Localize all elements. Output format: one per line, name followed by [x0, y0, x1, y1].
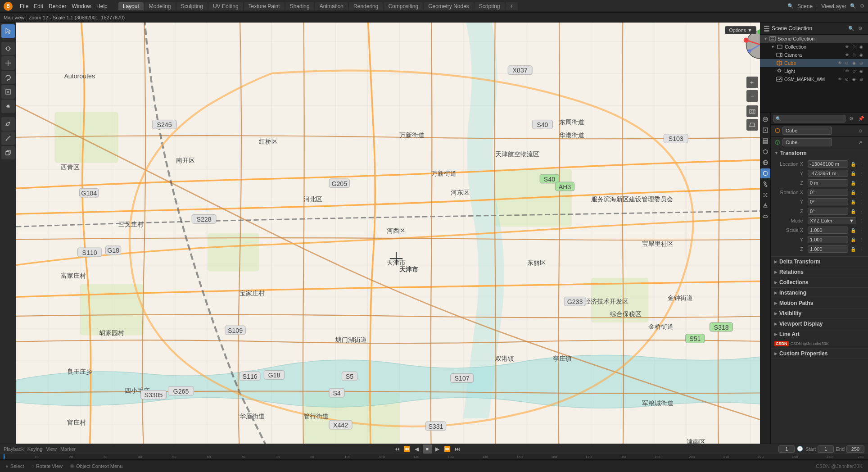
- cam-visibility[interactable]: 👁: [844, 52, 850, 58]
- location-x-field[interactable]: -13046100 m: [808, 160, 848, 168]
- light-select[interactable]: ⊙: [851, 68, 857, 74]
- scale-x-lock[interactable]: 🔒: [850, 227, 856, 233]
- menu-window[interactable]: Window: [72, 3, 91, 9]
- rotation-x-field[interactable]: 0°: [808, 189, 848, 196]
- rotation-z-field[interactable]: 0°: [808, 208, 848, 215]
- obj-fake-user[interactable]: ⊙: [856, 127, 864, 135]
- tab-texture-paint[interactable]: Texture Paint: [244, 2, 285, 10]
- props-pin[interactable]: 📌: [857, 114, 865, 123]
- tab-shading[interactable]: Shading: [285, 2, 314, 10]
- prop-icon-particles[interactable]: [760, 190, 770, 200]
- end-frame[interactable]: 250: [846, 445, 864, 453]
- outliner-cube[interactable]: Cube 👁 ⊙ ◉ ⊞: [760, 59, 868, 67]
- tab-rendering[interactable]: Rendering: [349, 2, 383, 10]
- prop-icon-modifier[interactable]: [760, 179, 770, 189]
- location-y-field[interactable]: -4733951 m: [808, 170, 848, 177]
- cube-visibility[interactable]: 👁: [836, 60, 843, 66]
- tab-add[interactable]: +: [506, 2, 518, 10]
- prev-keyframe-btn[interactable]: ⏪: [403, 445, 411, 453]
- props-search[interactable]: 🔍: [773, 115, 845, 123]
- tab-layout[interactable]: Layout: [118, 2, 144, 10]
- stop-btn[interactable]: ■: [423, 445, 432, 454]
- tab-sculpting[interactable]: Sculpting: [176, 2, 208, 10]
- prop-icon-object[interactable]: [760, 168, 770, 178]
- keying-dropdown[interactable]: Keying: [27, 446, 43, 452]
- cube-select[interactable]: ⊙: [844, 60, 850, 66]
- options-button[interactable]: Options ▼: [725, 26, 756, 34]
- timeline-ruler[interactable]: 1 10 20 30 40 50 60 70 80 90 100 110 120…: [0, 454, 868, 459]
- rotation-z-lock[interactable]: 🔒: [850, 208, 856, 214]
- rotation-y-menu[interactable]: ⋮: [858, 199, 864, 205]
- prop-icon-world[interactable]: [760, 158, 770, 168]
- location-y-lock[interactable]: 🔒: [850, 170, 856, 177]
- tool-cursor[interactable]: [1, 42, 15, 55]
- cube-render[interactable]: ◉: [851, 60, 857, 66]
- outliner-scene-collection[interactable]: ▼ Scene Collection: [760, 35, 868, 43]
- rotation-z-menu[interactable]: ⋮: [858, 208, 864, 214]
- delta-transform-header[interactable]: ▶ Delta Transform: [771, 257, 868, 267]
- playback-dropdown[interactable]: Playback: [4, 446, 24, 452]
- col-render[interactable]: ◉: [858, 44, 864, 50]
- location-x-lock[interactable]: 🔒: [850, 161, 856, 167]
- jump-start-btn[interactable]: ⏮: [393, 445, 401, 453]
- osm-select[interactable]: ⊙: [844, 76, 850, 82]
- jump-end-btn[interactable]: ⏭: [453, 445, 461, 453]
- cam-render[interactable]: ◉: [858, 52, 864, 58]
- props-filter[interactable]: ⚙: [847, 114, 855, 123]
- motion-paths-header[interactable]: ▶ Motion Paths: [771, 298, 868, 308]
- col-select[interactable]: ⊙: [851, 44, 857, 50]
- location-z-field[interactable]: 0 m: [808, 179, 848, 186]
- next-keyframe-btn[interactable]: ⏩: [443, 445, 452, 453]
- line-art-header[interactable]: ▶ Line Art: [771, 329, 868, 339]
- start-frame[interactable]: 1: [818, 445, 834, 453]
- rotation-x-lock[interactable]: 🔒: [850, 189, 856, 195]
- prop-icon-output[interactable]: [760, 125, 770, 135]
- scale-z-lock[interactable]: 🔒: [850, 246, 856, 252]
- location-x-menu[interactable]: ⋮: [858, 161, 864, 167]
- outliner-camera[interactable]: Camera 👁 ⊙ ◉: [760, 51, 868, 59]
- tool-transform[interactable]: [1, 100, 15, 113]
- current-frame[interactable]: 1: [778, 445, 795, 453]
- menu-edit[interactable]: Edit: [34, 3, 43, 9]
- light-render[interactable]: ◉: [858, 68, 864, 74]
- rotation-y-field[interactable]: 0°: [808, 198, 848, 205]
- tab-compositing[interactable]: Compositing: [384, 2, 423, 10]
- camera-view-btn[interactable]: [746, 105, 758, 117]
- tab-scripting[interactable]: Scripting: [475, 2, 505, 10]
- zoom-out-btn[interactable]: −: [746, 90, 758, 102]
- location-y-menu[interactable]: ⋮: [858, 170, 864, 177]
- outliner-search[interactable]: 🔍: [847, 24, 855, 32]
- menu-help[interactable]: Help: [96, 3, 108, 9]
- object-name-input[interactable]: [782, 127, 832, 135]
- object-data-input[interactable]: [782, 138, 832, 146]
- tool-annotate[interactable]: [1, 117, 15, 131]
- scale-y-lock[interactable]: 🔒: [850, 236, 856, 243]
- mode-menu[interactable]: ⋮: [858, 218, 864, 224]
- tool-rotate[interactable]: [1, 71, 15, 84]
- play-reverse-btn[interactable]: ◀: [413, 445, 421, 453]
- viewport[interactable]: 西青区 南开区 红桥区 河北区 河西区 河东区 华港街道 服务滨海新区建设管理委…: [0, 23, 760, 444]
- osm-extra[interactable]: ⊞: [858, 76, 864, 82]
- osm-visibility[interactable]: 👁: [836, 76, 843, 82]
- outliner-filter[interactable]: ⚙: [856, 24, 864, 32]
- rotation-x-menu[interactable]: ⋮: [858, 189, 864, 195]
- location-z-lock[interactable]: 🔒: [850, 180, 856, 186]
- location-z-menu[interactable]: ⋮: [858, 180, 864, 186]
- osm-render[interactable]: ◉: [851, 76, 857, 82]
- tab-uv-editing[interactable]: UV Editing: [208, 2, 243, 10]
- light-visibility[interactable]: 👁: [844, 68, 850, 74]
- tool-select[interactable]: [1, 24, 15, 38]
- prop-icon-view-layer[interactable]: [760, 136, 770, 146]
- scale-y-field[interactable]: 1.000: [808, 236, 848, 243]
- tool-measure[interactable]: [1, 132, 15, 145]
- scale-y-menu[interactable]: ⋮: [858, 236, 864, 243]
- perspective-btn[interactable]: [746, 119, 758, 131]
- scale-z-field[interactable]: 1.000: [808, 245, 848, 253]
- menu-render[interactable]: Render: [49, 3, 66, 9]
- rotation-y-lock[interactable]: 🔒: [850, 199, 856, 205]
- menu-file[interactable]: File: [20, 3, 28, 9]
- outliner-light[interactable]: Light 👁 ⊙ ◉: [760, 67, 868, 75]
- prop-icon-render[interactable]: [760, 114, 770, 124]
- tool-add-cube[interactable]: [1, 146, 15, 159]
- prop-icon-physics[interactable]: [760, 201, 770, 211]
